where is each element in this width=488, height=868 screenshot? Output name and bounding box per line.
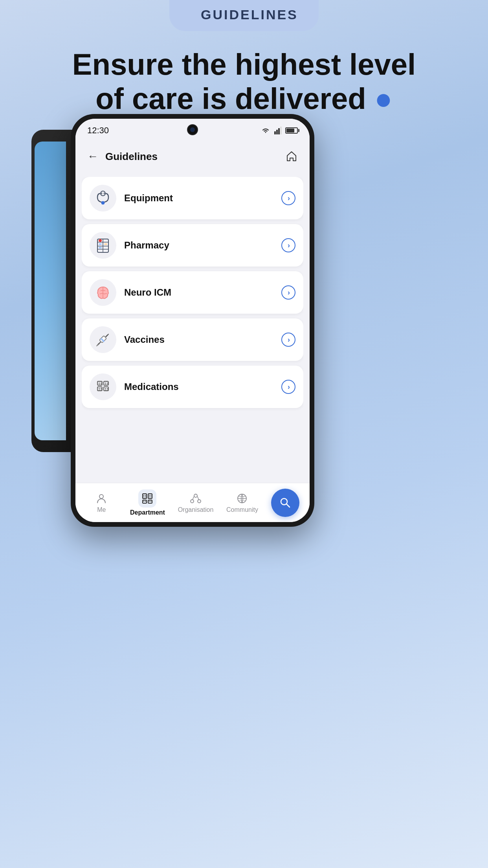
menu-item-medications[interactable]: Medications ›: [82, 366, 303, 408]
svg-rect-17: [104, 243, 107, 245]
neuro-chevron-icon: ›: [288, 289, 290, 297]
community-nav-label: Community: [226, 506, 258, 513]
svg-rect-34: [105, 384, 106, 385]
neuro-chevron: ›: [281, 285, 295, 300]
person-icon: [95, 493, 107, 504]
nav-item-me[interactable]: Me: [86, 492, 117, 513]
menu-item-pharmacy[interactable]: Pharmacy ›: [82, 224, 303, 267]
stethoscope-icon: [94, 189, 112, 207]
back-arrow-icon: ←: [87, 150, 98, 163]
me-nav-icon: [95, 492, 108, 505]
svg-rect-51: [143, 495, 144, 496]
svg-line-69: [286, 504, 290, 507]
hero-section: Ensure the highest level of care is deli…: [0, 47, 488, 116]
department-icon: [141, 493, 153, 504]
organisation-nav-icon: [189, 492, 202, 505]
svg-rect-39: [101, 390, 102, 391]
neuro-icon-circle: [90, 279, 116, 306]
svg-rect-58: [150, 497, 151, 497]
svg-rect-15: [99, 243, 102, 245]
svg-rect-62: [150, 501, 151, 502]
nav-item-department[interactable]: Department: [130, 489, 165, 516]
svg-rect-36: [99, 388, 100, 389]
pharmacy-icon: [94, 237, 112, 254]
menu-item-neuro-icm[interactable]: Neuro ICM ›: [82, 271, 303, 314]
hero-line2: of care is delivered: [95, 82, 366, 115]
home-icon: [285, 150, 298, 163]
pharmacy-chevron: ›: [281, 238, 295, 252]
nav-item-community[interactable]: Community: [226, 492, 258, 513]
svg-rect-54: [145, 497, 146, 497]
svg-rect-37: [101, 388, 102, 389]
svg-point-63: [194, 494, 197, 497]
svg-rect-48: [148, 500, 152, 503]
svg-rect-38: [99, 390, 100, 391]
status-icons: [260, 127, 298, 134]
back-button[interactable]: ←: [85, 149, 101, 164]
svg-rect-53: [143, 497, 144, 497]
menu-list: Equipment ›: [82, 177, 303, 483]
status-time: 12:30: [87, 125, 109, 136]
me-nav-label: Me: [97, 506, 106, 513]
pharmacy-icon-circle: [90, 232, 116, 259]
svg-rect-35: [107, 384, 108, 385]
svg-rect-60: [145, 501, 146, 502]
svg-rect-1: [276, 130, 278, 134]
medications-chevron: ›: [281, 380, 295, 394]
svg-rect-42: [105, 390, 106, 391]
brain-icon: [94, 284, 112, 301]
svg-rect-45: [143, 494, 147, 498]
svg-rect-33: [107, 383, 108, 384]
svg-line-21: [106, 334, 108, 337]
app-header: ← Guidelines: [75, 142, 310, 171]
svg-rect-2: [278, 128, 280, 134]
bottom-nav: Me: [75, 483, 310, 522]
search-fab-icon: [279, 496, 292, 509]
svg-point-5: [101, 201, 105, 204]
svg-rect-56: [150, 495, 151, 496]
svg-rect-3: [280, 127, 282, 134]
vaccines-chevron: ›: [281, 333, 295, 347]
svg-rect-43: [107, 390, 108, 391]
svg-rect-46: [148, 494, 152, 498]
svg-rect-40: [105, 388, 106, 389]
phone-side-screen: [35, 142, 66, 440]
vaccines-label: Vaccines: [124, 334, 281, 345]
equipment-chevron: ›: [281, 191, 295, 205]
home-button[interactable]: [283, 148, 300, 165]
svg-rect-57: [149, 497, 150, 497]
menu-item-vaccines[interactable]: Vaccines ›: [82, 318, 303, 361]
header-title: Guidelines: [105, 151, 283, 163]
community-nav-icon: [236, 492, 248, 505]
svg-line-23: [97, 344, 98, 346]
neuro-icm-label: Neuro ICM: [124, 287, 281, 298]
menu-item-equipment[interactable]: Equipment ›: [82, 177, 303, 219]
vaccines-chevron-icon: ›: [288, 336, 290, 344]
syringe-icon: [94, 331, 112, 348]
svg-rect-28: [99, 383, 100, 384]
phone-main: 12:30: [71, 114, 314, 527]
equipment-chevron-icon: ›: [288, 194, 290, 202]
search-fab-button[interactable]: [271, 489, 299, 517]
svg-point-4: [101, 191, 105, 196]
globe-icon: [236, 493, 248, 504]
equipment-label: Equipment: [124, 193, 281, 204]
nav-item-organisation[interactable]: Organisation: [178, 492, 214, 513]
svg-rect-61: [149, 501, 150, 502]
phone-screen: 12:30: [75, 119, 310, 522]
medications-icon: [94, 378, 112, 395]
svg-rect-30: [99, 384, 100, 385]
guidelines-pill-text: GUIDELINES: [201, 7, 298, 22]
svg-rect-29: [101, 383, 102, 384]
svg-rect-59: [143, 501, 144, 502]
medications-chevron-icon: ›: [288, 383, 290, 391]
organisation-icon: [190, 493, 202, 504]
svg-rect-47: [143, 500, 147, 503]
svg-rect-0: [274, 131, 276, 134]
svg-point-64: [191, 500, 194, 503]
battery-icon: [285, 127, 298, 134]
pharmacy-chevron-icon: ›: [288, 241, 290, 250]
guidelines-pill: GUIDELINES: [169, 0, 319, 31]
phone-camera: [187, 124, 198, 135]
svg-rect-31: [101, 384, 102, 385]
